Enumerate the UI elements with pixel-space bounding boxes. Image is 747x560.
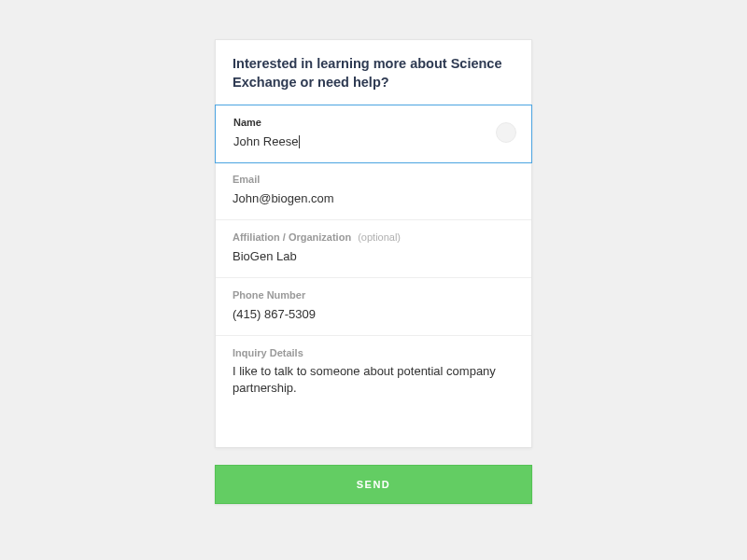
form-title: Interested in learning more about Scienc…	[233, 55, 514, 91]
affiliation-label-text: Affiliation / Organization	[233, 231, 351, 243]
phone-label: Phone Number	[233, 289, 514, 301]
text-caret	[299, 135, 300, 148]
email-input[interactable]	[233, 191, 514, 205]
affiliation-input[interactable]	[233, 249, 514, 263]
status-dot-icon	[496, 122, 516, 143]
name-label: Name	[233, 117, 514, 128]
inquiry-field[interactable]: Inquiry Details	[216, 336, 531, 447]
phone-input[interactable]	[233, 307, 514, 321]
affiliation-field[interactable]: Affiliation / Organization (optional)	[216, 220, 531, 278]
affiliation-label: Affiliation / Organization (optional)	[233, 231, 514, 243]
form-header: Interested in learning more about Scienc…	[216, 40, 531, 105]
email-label: Email	[233, 174, 514, 185]
inquiry-label: Inquiry Details	[233, 347, 514, 358]
phone-field[interactable]: Phone Number	[216, 278, 531, 336]
email-field[interactable]: Email	[216, 162, 531, 220]
name-input-value: John Reese	[233, 134, 298, 148]
inquiry-input[interactable]	[233, 363, 514, 430]
name-field[interactable]: Name John Reese	[215, 105, 532, 163]
contact-form-card: Interested in learning more about Scienc…	[215, 39, 532, 448]
send-button[interactable]: SEND	[215, 465, 532, 504]
affiliation-optional-text: (optional)	[358, 231, 401, 243]
